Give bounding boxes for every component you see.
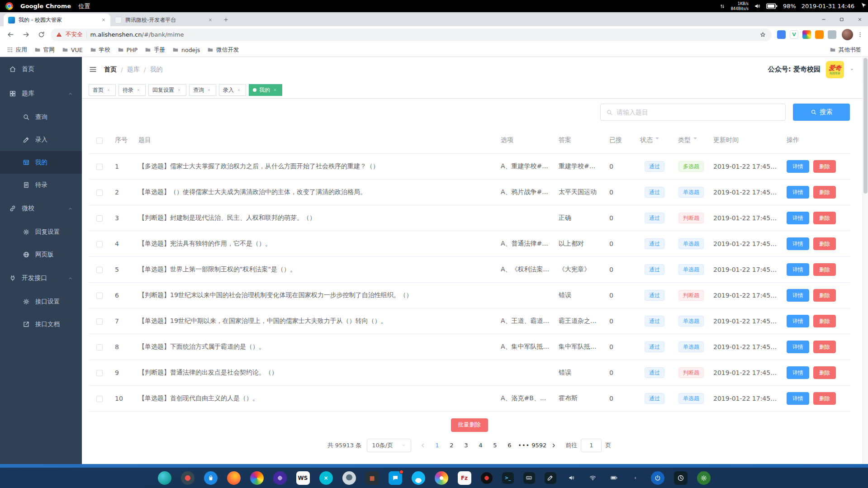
dock-icon-terminal[interactable]: >_ xyxy=(502,472,514,484)
detail-button[interactable]: 详情 xyxy=(787,366,809,379)
row-checkbox[interactable] xyxy=(96,344,103,351)
page-button-5[interactable]: 5 xyxy=(488,439,502,452)
dock-icon-webstorm[interactable]: WS xyxy=(296,471,310,485)
sidebar-item-question-bank[interactable]: 题库 xyxy=(0,81,82,106)
close-icon[interactable] xyxy=(272,87,278,93)
sidebar-item-home[interactable]: 首页 xyxy=(0,57,82,81)
back-button[interactable] xyxy=(5,29,16,41)
page-scrollbar[interactable] xyxy=(863,57,868,464)
row-checkbox[interactable] xyxy=(96,293,103,299)
security-warning-icon[interactable] xyxy=(56,32,62,38)
delete-button[interactable]: 删除 xyxy=(813,160,836,173)
dock-icon-battery[interactable] xyxy=(608,472,620,484)
detail-button[interactable]: 详情 xyxy=(787,315,809,327)
sidebar-item-pending[interactable]: 待录 xyxy=(0,174,82,196)
select-all-checkbox[interactable] xyxy=(96,137,103,144)
sidebar-item-dev-api[interactable]: 开发接口 xyxy=(0,266,82,290)
tag-mine[interactable]: 我的 xyxy=(249,84,282,96)
dock-icon-filezilla[interactable]: Fz xyxy=(458,471,471,485)
dock-icon-qq[interactable] xyxy=(412,471,425,485)
sidebar-item-api-docs[interactable]: 接口文档 xyxy=(0,313,82,336)
header-type[interactable]: 类型 xyxy=(674,128,709,153)
sidebar-item-entry[interactable]: 录入 xyxy=(0,128,82,151)
tag-query[interactable]: 查询 xyxy=(189,84,216,96)
tab-school-admin[interactable]: 我的 - 校园大管家 xyxy=(4,14,110,26)
dock-icon-bird-app[interactable] xyxy=(342,471,356,485)
row-checkbox[interactable] xyxy=(96,190,103,196)
breadcrumb-home[interactable]: 首页 xyxy=(104,66,117,74)
dock-icon-stylus[interactable] xyxy=(545,472,556,484)
delete-button[interactable]: 删除 xyxy=(813,289,836,302)
forward-button[interactable] xyxy=(20,29,32,41)
detail-button[interactable]: 详情 xyxy=(787,392,809,405)
extension-colorful[interactable] xyxy=(802,30,811,39)
row-checkbox[interactable] xyxy=(96,164,103,170)
other-bookmarks[interactable]: 其他书签 xyxy=(826,45,864,55)
dock-icon-dev-tools[interactable] xyxy=(389,471,402,485)
delete-button[interactable]: 删除 xyxy=(813,366,836,379)
tag-entry[interactable]: 录入 xyxy=(219,84,246,96)
detail-button[interactable]: 详情 xyxy=(787,237,809,250)
dock-icon-photos[interactable] xyxy=(435,471,448,485)
bookmark-folder-0[interactable]: 官网 xyxy=(31,45,58,55)
row-checkbox[interactable] xyxy=(96,318,103,325)
dock-icon-launcher[interactable] xyxy=(158,471,171,485)
sidebar-item-web-version[interactable]: 网页版 xyxy=(0,243,82,266)
extension-blue[interactable] xyxy=(777,30,786,39)
delete-button[interactable]: 删除 xyxy=(813,186,836,199)
dock-icon-camera-app[interactable] xyxy=(273,471,287,485)
page-button-3[interactable]: 3 xyxy=(459,439,473,452)
refresh-button[interactable] xyxy=(35,29,47,41)
bookmark-folder-1[interactable]: VUE xyxy=(59,45,86,55)
goto-page-input[interactable] xyxy=(581,439,602,452)
sidebar-item-query[interactable]: 查询 xyxy=(0,106,82,128)
page-button-1[interactable]: 1 xyxy=(430,439,444,452)
close-icon[interactable] xyxy=(105,87,112,93)
tab-close-icon[interactable] xyxy=(101,18,106,22)
dock-icon-color-picker[interactable] xyxy=(250,471,264,485)
page-url[interactable]: m.alishenshen.cn/#/bank/mime xyxy=(90,31,184,38)
prev-page-button[interactable] xyxy=(417,442,429,449)
pager-ellipsis[interactable]: ••• xyxy=(517,439,531,452)
close-icon[interactable] xyxy=(206,87,212,93)
detail-button[interactable]: 详情 xyxy=(787,263,809,276)
window-close-button[interactable] xyxy=(857,17,863,22)
page-button-2[interactable]: 2 xyxy=(445,439,458,452)
page-size-select[interactable]: 10条/页 xyxy=(367,439,411,452)
row-checkbox[interactable] xyxy=(96,370,103,376)
detail-button[interactable]: 详情 xyxy=(787,160,809,173)
bookmark-folder-3[interactable]: PHP xyxy=(114,45,141,55)
window-minimize-button[interactable] xyxy=(821,17,826,22)
sidebar-item-api-settings[interactable]: 接口设置 xyxy=(0,290,82,313)
volume-icon[interactable] xyxy=(754,3,761,9)
tab-close-icon[interactable] xyxy=(208,18,213,22)
address-bar[interactable]: 不安全 m.alishenshen.cn/#/bank/mime xyxy=(51,28,772,41)
extension-vue[interactable]: V xyxy=(790,30,798,39)
tag-home[interactable]: 首页 xyxy=(89,84,116,96)
scrollbar-thumb[interactable] xyxy=(863,58,868,194)
account-logo[interactable]: 爱奇 校园管家 xyxy=(826,61,844,78)
close-icon[interactable] xyxy=(236,87,242,93)
dock-icon-volume[interactable] xyxy=(566,472,578,484)
delete-button[interactable]: 删除 xyxy=(813,315,836,327)
search-input[interactable] xyxy=(617,109,780,116)
extension-orange[interactable] xyxy=(815,30,824,39)
bookmark-folder-5[interactable]: nodejs xyxy=(169,45,203,55)
detail-button[interactable]: 详情 xyxy=(787,186,809,199)
next-page-button[interactable] xyxy=(547,442,560,449)
delete-button[interactable]: 删除 xyxy=(813,341,836,353)
dock-icon-power-update[interactable] xyxy=(651,471,664,485)
extension-gray[interactable] xyxy=(828,30,836,39)
browser-menu-icon[interactable] xyxy=(857,31,863,38)
page-button-6[interactable]: 6 xyxy=(503,439,516,452)
delete-button[interactable]: 删除 xyxy=(813,212,836,224)
delete-button[interactable]: 删除 xyxy=(813,263,836,276)
window-maximize-button[interactable] xyxy=(839,17,844,22)
profile-avatar[interactable] xyxy=(842,29,853,40)
detail-button[interactable]: 详情 xyxy=(787,289,809,302)
tab-tencent-weixiao[interactable]: 腾讯微校-开发者平台 xyxy=(110,14,217,26)
dock-icon-app-store[interactable] xyxy=(204,471,218,485)
security-label[interactable]: 不安全 xyxy=(66,31,83,38)
close-icon[interactable] xyxy=(135,87,142,93)
chrome-logo-icon[interactable] xyxy=(5,2,13,10)
